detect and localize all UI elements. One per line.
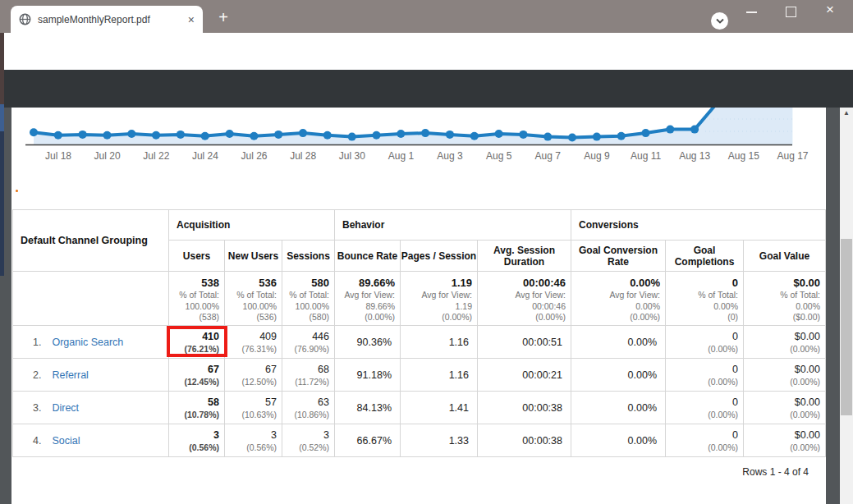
chart-data-point xyxy=(79,131,87,139)
metric-cell-duration: 00:00:21 xyxy=(478,359,571,392)
tab-close-icon[interactable]: × xyxy=(188,14,195,25)
metric-cell-new-users: 67(12.50%) xyxy=(225,359,282,392)
chart-data-point xyxy=(30,128,38,136)
x-axis-tick-label: Aug 7 xyxy=(535,150,561,162)
chart-data-point xyxy=(323,131,332,140)
metric-cell-completions: 0(0.00%) xyxy=(666,392,744,424)
background-window-edge xyxy=(0,33,4,108)
x-axis-tick-label: Jul 30 xyxy=(339,150,365,162)
metric-cell-users: 3(0.56%) xyxy=(169,424,225,457)
scrollbar-thumb[interactable] xyxy=(841,239,852,415)
metric-cell-bounce: 90.36% xyxy=(335,326,401,359)
pdf-content-area: Jul 18Jul 20Jul 22Jul 24Jul 26Jul 28Jul … xyxy=(0,108,853,504)
totals-new-users: 536% of Total:100.00%(536) xyxy=(225,272,282,326)
highlight-box xyxy=(167,326,227,357)
totals-empty-cell xyxy=(13,272,169,326)
chart-data-point xyxy=(274,131,282,139)
chart-data-point xyxy=(642,129,650,137)
channel-link: Referral xyxy=(52,369,88,381)
scroll-up-arrow-icon[interactable]: ▲ xyxy=(840,109,853,117)
x-axis-tick-label: Aug 17 xyxy=(777,150,808,162)
orange-dot-mark xyxy=(16,190,18,192)
metric-cell-completions: 0(0.00%) xyxy=(666,424,744,457)
metric-cell-sessions: 68(11.72%) xyxy=(282,359,335,392)
chart-data-point xyxy=(446,131,454,139)
metric-cell-sessions: 63(10.86%) xyxy=(282,392,335,424)
channel-cell: 4.Social xyxy=(13,424,169,457)
column-header-channel: Default Channel Grouping xyxy=(13,210,169,272)
column-header-bounce-rate: Bounce Rate xyxy=(335,241,401,272)
pdf-page: Jul 18Jul 20Jul 22Jul 24Jul 26Jul 28Jul … xyxy=(11,108,826,504)
totals-goal-value: $0.00% of Total:0.00%($0.00) xyxy=(744,272,826,326)
scrollbar[interactable]: ▲ xyxy=(840,108,853,504)
chart-data-point xyxy=(495,130,503,138)
channel-cell: 3.Direct xyxy=(13,392,169,424)
metric-cell-bounce: 66.67% xyxy=(335,424,401,457)
rows-count-label: Rows 1 - 4 of 4 xyxy=(742,466,809,478)
chart-data-point xyxy=(127,130,135,138)
chart-data-point xyxy=(250,132,258,140)
table-row-organic-search: 1.Organic Search 410(76.21%) 409(76.31%)… xyxy=(13,326,826,359)
metric-cell-conv-rate: 0.00% xyxy=(571,424,666,457)
column-header-goal-conversion-rate: Goal Conversion Rate xyxy=(571,241,666,272)
metric-cell-completions: 0(0.00%) xyxy=(666,359,744,392)
totals-row: 538% of Total:100.00%(538) 536% of Total… xyxy=(13,272,826,326)
group-header-behavior: Behavior xyxy=(335,210,571,241)
totals-goal-conv-rate: 0.00%Avg for View:0.00%(0.00%) xyxy=(571,272,666,326)
metric-cell-goal-value: $0.00(0.00%) xyxy=(744,392,826,424)
chart-data-point xyxy=(103,131,112,140)
chart-data-point xyxy=(470,132,479,140)
x-axis-tick-label: Jul 26 xyxy=(241,150,267,162)
chart-data-point xyxy=(519,131,527,139)
new-tab-button[interactable]: + xyxy=(213,8,233,28)
chart-data-point xyxy=(201,132,209,140)
minimize-button[interactable] xyxy=(746,11,757,13)
column-header-new-users: New Users xyxy=(225,241,282,272)
chevron-down-icon xyxy=(716,18,724,24)
tab-strip: sampleMonthlyReport.pdf × + × xyxy=(0,0,853,33)
chart-x-tick-labels: Jul 18Jul 20Jul 22Jul 24Jul 26Jul 28Jul … xyxy=(11,150,826,163)
metric-cell-users: 58(10.78%) xyxy=(169,392,225,424)
channel-cell: 2.Referral xyxy=(13,359,169,392)
metric-cell-duration: 00:00:38 xyxy=(478,392,571,424)
channel-link: Direct xyxy=(52,402,79,414)
group-header-conversions: Conversions xyxy=(571,210,826,241)
globe-favicon-icon xyxy=(19,13,31,25)
channel-cell: 1.Organic Search xyxy=(13,326,169,359)
totals-users: 538% of Total:100.00%(538) xyxy=(169,272,225,326)
x-axis-tick-label: Aug 3 xyxy=(437,150,462,162)
tab-search-button[interactable] xyxy=(711,12,728,30)
close-window-button[interactable]: × xyxy=(826,2,834,18)
totals-pages-session: 1.19Avg for View:1.19(0.00%) xyxy=(401,272,478,326)
chart-data-point xyxy=(568,134,576,142)
column-header-sessions: Sessions xyxy=(282,241,335,272)
column-header-pages-session: Pages / Session xyxy=(401,241,478,272)
column-header-goal-value: Goal Value xyxy=(744,241,826,272)
browser-tab[interactable]: sampleMonthlyReport.pdf × xyxy=(11,6,203,33)
totals-bounce-rate: 89.66%Avg for View:89.66%(0.00%) xyxy=(335,272,401,326)
x-axis-tick-label: Aug 11 xyxy=(631,150,661,162)
background-window-edge xyxy=(0,104,4,131)
chart-data-point xyxy=(348,133,356,141)
chart-data-point xyxy=(421,129,429,137)
metric-cell-users: 67(12.45%) xyxy=(169,359,225,392)
pdf-toolbar: sampleMonthlyReport.pdf 1 / 1 − 125% + ⋮ xyxy=(0,70,853,108)
table-row-direct: 3.Direct 58(10.78%) 57(10.63%) 63(10.86%… xyxy=(13,392,826,424)
metric-cell-new-users: 409(76.31%) xyxy=(225,326,282,359)
metric-cell-bounce: 91.18% xyxy=(335,359,401,392)
channel-link: Organic Search xyxy=(52,337,123,348)
x-axis-tick-label: Jul 20 xyxy=(94,150,121,162)
metric-cell-conv-rate: 0.00% xyxy=(571,359,666,392)
chart-data-point xyxy=(54,131,62,140)
column-header-avg-session-duration: Avg. Session Duration xyxy=(478,241,571,272)
background-window-edge xyxy=(0,108,4,276)
chart-data-point xyxy=(152,131,160,140)
metric-cell-conv-rate: 0.00% xyxy=(571,392,666,424)
metric-cell-completions: 0(0.00%) xyxy=(666,326,744,359)
chart-data-point xyxy=(543,133,552,141)
maximize-button[interactable] xyxy=(786,7,796,17)
analytics-report-table: Default Channel Grouping Acquisition Beh… xyxy=(12,209,826,457)
metric-cell-pages: 1.33 xyxy=(401,424,478,457)
metric-cell-pages: 1.41 xyxy=(401,392,478,424)
chart-data-point xyxy=(593,133,601,141)
